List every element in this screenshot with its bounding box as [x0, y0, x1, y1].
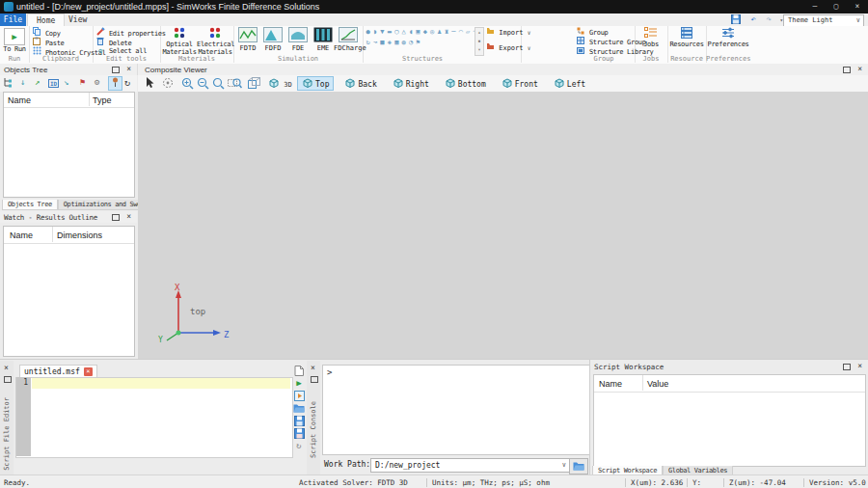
- scroll-thumb[interactable]: ▪: [475, 37, 483, 45]
- float-panel-icon[interactable]: [4, 376, 12, 383]
- column-header-dimensions[interactable]: Dimensions: [57, 230, 102, 240]
- sync-script-icon[interactable]: ↻: [292, 441, 306, 453]
- console-output[interactable]: >: [322, 365, 590, 455]
- structure-shape-icon[interactable]: ◗: [371, 27, 378, 37]
- electrical-materials-button[interactable]: Electrical Materials: [197, 27, 233, 56]
- structure-shape-icon[interactable]: ♜: [443, 27, 449, 37]
- structure-shape-icon[interactable]: ↻: [365, 38, 371, 47]
- view-button[interactable]: Right: [388, 76, 434, 91]
- fdfd-button[interactable]: FDFD: [260, 27, 285, 52]
- preferences-button[interactable]: Preferences: [706, 27, 750, 48]
- objects-tree-list[interactable]: Name Type: [3, 92, 135, 198]
- structure-shape-icon[interactable]: ■: [379, 38, 386, 47]
- close-panel-icon[interactable]: ×: [857, 363, 862, 370]
- float-panel-icon[interactable]: [311, 376, 318, 383]
- structure-shape-icon[interactable]: ▬: [386, 27, 393, 37]
- save-all-scripts-icon[interactable]: [292, 428, 306, 441]
- structure-shape-icon[interactable]: ▣: [415, 27, 421, 37]
- select-cursor-icon[interactable]: [145, 77, 155, 91]
- zoom-in-icon[interactable]: [181, 77, 194, 92]
- column-header-value[interactable]: Value: [647, 379, 668, 389]
- fdtd-button[interactable]: FDTD: [235, 27, 260, 52]
- save-script-icon[interactable]: [292, 416, 306, 428]
- move-down-icon[interactable]: ↓: [20, 77, 25, 87]
- paste-button[interactable]: Paste: [32, 37, 65, 46]
- view-button[interactable]: Left: [549, 76, 590, 91]
- structure-shape-icon[interactable]: ◆: [421, 27, 428, 37]
- structure-shape-icon[interactable]: ♟: [436, 27, 443, 37]
- editor-tab-close-icon[interactable]: ×: [84, 367, 93, 376]
- run-script-icon[interactable]: ▶: [292, 378, 306, 391]
- file-menu-button[interactable]: File: [0, 14, 26, 26]
- close-panel-icon[interactable]: ×: [126, 66, 131, 73]
- tree-view-icon[interactable]: [3, 77, 14, 90]
- structure-shape-icon[interactable]: ─: [450, 27, 457, 37]
- scroll-up-icon[interactable]: ▴: [475, 28, 483, 37]
- structure-shape-icon[interactable]: ◍: [400, 38, 407, 47]
- column-header-name[interactable]: Name: [599, 379, 622, 389]
- delete-button[interactable]: Delete: [95, 37, 131, 46]
- fde-button[interactable]: FDE: [285, 27, 311, 52]
- structure-shape-icon[interactable]: ◈: [386, 38, 393, 47]
- jobs-button[interactable]: Jobs: [635, 27, 667, 48]
- view-button[interactable]: Bottom: [440, 76, 491, 91]
- view-3d-button[interactable]: 3D: [268, 77, 292, 92]
- float-panel-icon[interactable]: [843, 364, 851, 370]
- to-run-button[interactable]: ▶: [4, 28, 25, 45]
- maximize-button[interactable]: ▢: [826, 0, 847, 14]
- browse-work-path-button[interactable]: [569, 458, 588, 474]
- zoom-region-icon[interactable]: [228, 77, 242, 92]
- structure-shape-icon[interactable]: ⚑: [415, 38, 421, 47]
- structure-shape-icon[interactable]: ▱: [464, 27, 471, 37]
- zoom-icon[interactable]: [212, 77, 225, 92]
- optical-materials-button[interactable]: Optical Materials: [162, 27, 197, 56]
- promote-icon[interactable]: ↗: [35, 77, 40, 87]
- structures-scrollbar[interactable]: ▴ ▪ ▾: [475, 27, 484, 56]
- view-button[interactable]: Front: [497, 76, 543, 91]
- fdcharge-button[interactable]: FDCharge: [334, 27, 363, 52]
- view-button[interactable]: Back: [339, 76, 381, 91]
- demote-icon[interactable]: ↘: [64, 77, 68, 87]
- structure-shape-icon[interactable]: ↝: [371, 38, 378, 47]
- flag-icon[interactable]: ⚑: [80, 77, 85, 87]
- pin-icon[interactable]: [108, 76, 122, 91]
- id-icon[interactable]: ID: [48, 79, 59, 88]
- float-panel-icon[interactable]: [112, 67, 120, 73]
- structure-shape-icon[interactable]: ◎: [429, 27, 436, 37]
- gear-icon[interactable]: ⚙: [95, 77, 99, 87]
- viewport-3d[interactable]: X Z Y top: [138, 92, 868, 359]
- close-panel-icon[interactable]: ×: [857, 66, 862, 73]
- new-script-icon[interactable]: [292, 366, 306, 378]
- watch-results-list[interactable]: Name Dimensions: [3, 226, 135, 357]
- scroll-down-icon[interactable]: ▾: [475, 45, 483, 54]
- tab-view[interactable]: View: [60, 14, 95, 26]
- import-button[interactable]: Import ∨: [486, 26, 530, 40]
- editor-current-line[interactable]: [32, 378, 290, 389]
- run-selection-icon[interactable]: [292, 391, 306, 403]
- workspace-table[interactable]: Name Value: [593, 374, 866, 467]
- structure-shape-icon[interactable]: ◠: [457, 27, 464, 37]
- orbit-icon[interactable]: [162, 77, 174, 91]
- structure-shape-icon[interactable]: ◔: [407, 38, 414, 47]
- undo-icon[interactable]: ↶: [751, 14, 756, 25]
- close-panel-icon[interactable]: ×: [126, 213, 131, 221]
- refresh-icon[interactable]: ↻: [124, 77, 130, 88]
- resources-button[interactable]: Resources: [667, 27, 706, 48]
- float-panel-icon[interactable]: [112, 214, 120, 221]
- column-header-name[interactable]: Name: [8, 95, 31, 105]
- structure-shape-icon[interactable]: ▼: [379, 27, 386, 37]
- editor-area[interactable]: [15, 377, 293, 458]
- close-panel-icon[interactable]: ×: [4, 365, 9, 372]
- open-script-icon[interactable]: [292, 403, 306, 416]
- eme-button[interactable]: EME: [311, 27, 336, 52]
- column-header-type[interactable]: Type: [93, 95, 112, 105]
- redo-icon[interactable]: ↷: [767, 14, 772, 25]
- structure-shape-icon[interactable]: ◯: [393, 27, 400, 37]
- work-path-combo[interactable]: D:/new_project ∨: [370, 458, 571, 473]
- minimize-button[interactable]: —: [804, 0, 826, 14]
- editor-tab-untitled[interactable]: untitled.msf×: [19, 365, 97, 378]
- perspective-view-icon[interactable]: [248, 77, 261, 92]
- edit-properties-button[interactable]: Edit properties: [95, 27, 166, 37]
- dock-tab[interactable]: Objects Tree: [2, 200, 58, 210]
- group-button[interactable]: Group: [576, 27, 609, 37]
